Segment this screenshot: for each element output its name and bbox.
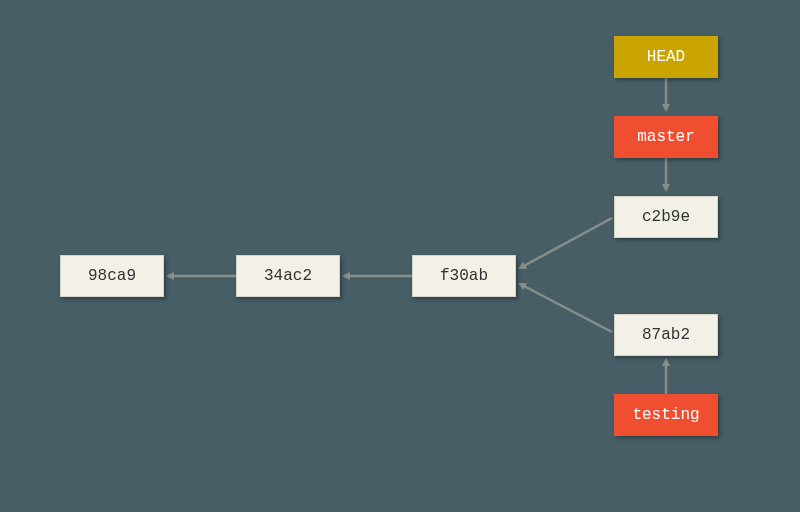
head-label: HEAD: [647, 48, 685, 66]
git-diagram: HEAD master c2b9e 87ab2 testing f30ab 34…: [0, 0, 800, 512]
commit-34ac2: 34ac2: [236, 255, 340, 297]
branch-testing: testing: [614, 394, 718, 436]
commit-f30ab: f30ab: [412, 255, 516, 297]
arrow-c2b9e-to-f30ab: [520, 218, 612, 268]
commit-87ab2: 87ab2: [614, 314, 718, 356]
commit-c2b9e: c2b9e: [614, 196, 718, 238]
arrow-87ab2-to-f30ab: [520, 284, 612, 332]
commit-87ab2-label: 87ab2: [642, 326, 690, 344]
commit-34ac2-label: 34ac2: [264, 267, 312, 285]
head-pointer: HEAD: [614, 36, 718, 78]
commit-98ca9-label: 98ca9: [88, 267, 136, 285]
branch-testing-label: testing: [632, 406, 699, 424]
commit-c2b9e-label: c2b9e: [642, 208, 690, 226]
commit-98ca9: 98ca9: [60, 255, 164, 297]
commit-f30ab-label: f30ab: [440, 267, 488, 285]
branch-master: master: [614, 116, 718, 158]
branch-master-label: master: [637, 128, 695, 146]
